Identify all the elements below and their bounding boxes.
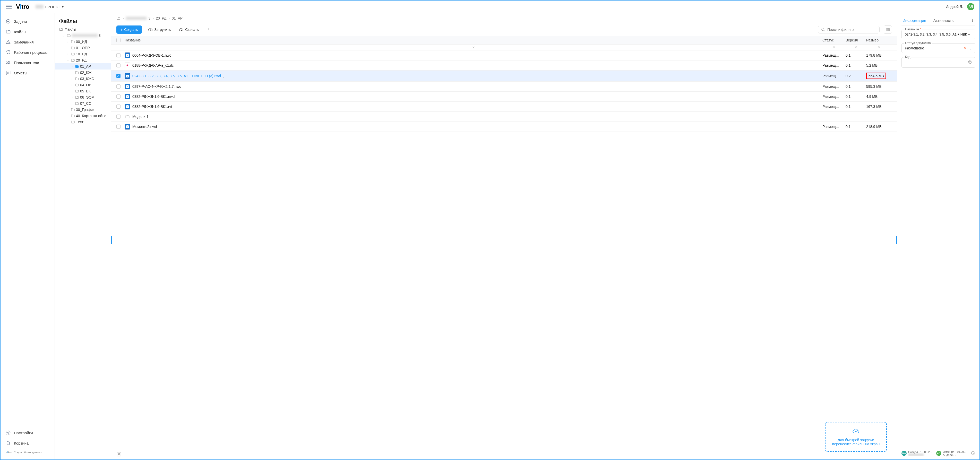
creator-avatar: МА	[902, 451, 907, 456]
clear-filter-version[interactable]: ✕	[846, 46, 866, 49]
file-size: 218.9 MB	[866, 124, 892, 129]
more-menu-button[interactable]: ⋮	[205, 27, 213, 32]
user-avatar[interactable]: АЛ	[967, 3, 974, 10]
file-size: 664.5 MB	[866, 73, 892, 79]
download-button[interactable]: Скачать	[177, 26, 201, 33]
tab-info[interactable]: Информация	[902, 16, 927, 25]
clear-status-button[interactable]: ✕	[964, 46, 967, 50]
column-header-status[interactable]: Статус	[822, 38, 846, 42]
nav-label: Замечания	[14, 40, 34, 44]
file-version: 0.1	[846, 124, 866, 129]
row-checkbox[interactable]	[116, 63, 121, 67]
copy-icon[interactable]	[968, 60, 972, 65]
tree-node[interactable]: Тест	[55, 119, 111, 125]
tree-node-selected[interactable]: ›01_АР	[55, 63, 111, 70]
tree-node[interactable]: ⌄3	[55, 32, 111, 38]
row-checkbox[interactable]: ✓	[116, 74, 121, 78]
field-status: Статус документа Размещено ✕ ⌄	[902, 43, 975, 53]
chevron-right-icon: ›	[66, 40, 70, 43]
tree-root[interactable]: Файлы	[55, 26, 111, 32]
row-menu-button[interactable]: ⋮	[221, 74, 226, 78]
row-checkbox[interactable]	[116, 105, 121, 109]
panel-resize-handle-left[interactable]	[111, 236, 112, 244]
breadcrumb-item[interactable]: 3	[149, 16, 151, 20]
folder-icon	[59, 27, 63, 32]
table-row[interactable]: ✓N0242-3.1, 3.2, 3.3, 3.4, 3.5, 3.6, А1 …	[111, 70, 897, 81]
nav-users[interactable]: Пользователи	[0, 57, 54, 68]
tree-panel: Файлы Файлы ⌄3 ›00_ИД 01_ОПР ›10_ПД ⌄20_…	[54, 13, 111, 460]
file-name: 0382-РД-ЖД-1.6-ВК1.nwd	[132, 94, 175, 99]
table-row[interactable]: Модели 1	[111, 112, 897, 122]
nav-tasks[interactable]: Задачи	[0, 16, 54, 27]
table-row[interactable]: ❋0188-Р-ЖД-6-АР-в_с1.ifcРазмещ...0.15.2 …	[111, 60, 897, 70]
search-box[interactable]	[818, 26, 880, 33]
excel-icon	[116, 452, 121, 457]
column-header-version[interactable]: Версия	[846, 38, 866, 42]
code-input[interactable]	[902, 57, 975, 68]
folder-icon	[75, 77, 79, 81]
chevron-right-icon: ›	[70, 78, 74, 80]
tree-node[interactable]: ›00_ИД	[55, 38, 111, 45]
history-button[interactable]	[971, 451, 975, 456]
tree-node[interactable]: 01_ОПР	[55, 45, 111, 51]
chevron-right-icon: ›	[70, 65, 74, 68]
create-button[interactable]: +Создать	[116, 25, 142, 34]
table-row[interactable]: N0064-Р-ЖД-3-ОВ-1.nwcРазмещ...0.1179.8 M…	[111, 51, 897, 60]
clear-filter-status[interactable]: ✕	[822, 46, 846, 49]
tree-node[interactable]: ›02_КЖ	[55, 70, 111, 76]
sidebar-brand: Vitro Среда общих данных	[0, 448, 54, 457]
nav-settings[interactable]: Настройки	[0, 428, 54, 438]
row-checkbox[interactable]	[116, 94, 121, 99]
tree-node[interactable]: ›06_ЭОМ	[55, 94, 111, 100]
dropzone[interactable]: Для быстрой загрузки перенесите файлы на…	[825, 422, 887, 452]
select-all-checkbox[interactable]	[116, 38, 121, 42]
table-row[interactable]: R0382-РД-ЖД-1.6-ВК1.rvtРазмещ...0.1167.3…	[111, 102, 897, 112]
clear-filter-size[interactable]: ✕	[866, 46, 892, 49]
nav-label: Корзина	[14, 441, 29, 445]
tab-activity[interactable]: Активность	[932, 16, 955, 25]
excel-export-button[interactable]	[116, 452, 121, 457]
chevron-down-icon: ▾	[62, 5, 64, 9]
row-checkbox[interactable]	[116, 124, 121, 129]
tree-node[interactable]: ⌄20_РД	[55, 57, 111, 63]
column-header-size[interactable]: Размер	[866, 38, 892, 42]
folder-icon	[75, 102, 79, 105]
project-selector[interactable]: ПРОЕКТ ▾	[33, 3, 66, 10]
columns-button[interactable]	[884, 25, 892, 34]
menu-toggle-button[interactable]	[6, 3, 12, 10]
breadcrumb-item[interactable]: 01_АР	[172, 16, 183, 20]
column-header-name[interactable]: Название	[125, 38, 822, 42]
nav-issues[interactable]: Замечания	[0, 37, 54, 47]
nav-workflows[interactable]: Рабочие процессы	[0, 47, 54, 57]
folder-icon	[75, 95, 79, 99]
chevron-down-icon: ⌄	[62, 34, 66, 37]
nav-trash[interactable]: Корзина	[0, 438, 54, 448]
nav-files[interactable]: Файлы	[0, 27, 54, 37]
refresh-icon	[6, 50, 11, 55]
breadcrumb-item[interactable]: 20_РД	[156, 16, 166, 20]
nwd-file-icon: N	[125, 94, 130, 99]
check-circle-icon	[6, 19, 11, 24]
upload-button[interactable]: Загрузить	[146, 26, 173, 33]
details-menu-button[interactable]: ⋮	[970, 16, 975, 25]
table-row[interactable]: N0382-РД-ЖД-1.6-ВК1.nwdРазмещ...0.14.9 M…	[111, 92, 897, 102]
file-status: Размещ...	[822, 105, 846, 109]
table-row[interactable]: N0297-Р-АС-4-КР-КЖ2.1.7.nwcРазмещ...0.15…	[111, 81, 897, 92]
table-row[interactable]: NМоментс2.nwdРазмещ...0.1218.9 MB	[111, 122, 897, 132]
row-checkbox[interactable]	[116, 115, 121, 119]
tree-node[interactable]: 30_График	[55, 107, 111, 113]
cloud-upload-icon	[148, 27, 153, 32]
nav-reports[interactable]: Отчеты	[0, 68, 54, 78]
tree-node[interactable]: ›10_ПД	[55, 51, 111, 57]
chevron-down-icon: ⌄	[969, 46, 972, 50]
clear-filter-name[interactable]: ✕	[125, 46, 822, 49]
tree-node[interactable]: ›05_ВК	[55, 88, 111, 94]
tree-node[interactable]: 07_СС	[55, 100, 111, 107]
row-checkbox[interactable]	[116, 53, 121, 57]
tree-node[interactable]: ›04_ОВ	[55, 82, 111, 88]
row-checkbox[interactable]	[116, 84, 121, 89]
tree-node[interactable]: 40_Карточка объе	[55, 113, 111, 119]
tree-node[interactable]: ›03_КЖС	[55, 76, 111, 82]
search-input[interactable]	[827, 27, 876, 32]
nav-label: Рабочие процессы	[14, 50, 48, 54]
